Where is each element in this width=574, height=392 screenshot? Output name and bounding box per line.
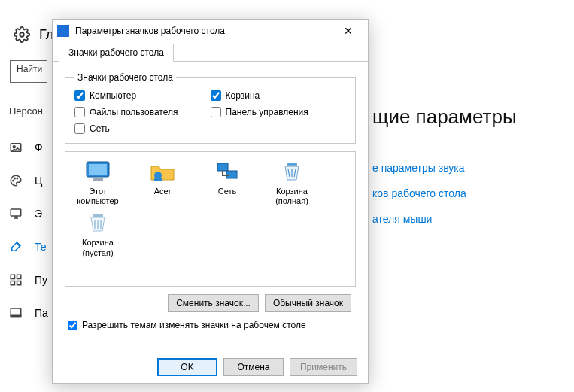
allow-themes-input[interactable]: [68, 321, 77, 330]
checkbox-recycle-bin[interactable]: Корзина: [211, 90, 347, 101]
sidebar-item-label: Пa: [35, 307, 48, 319]
svg-point-2: [13, 146, 15, 148]
network-icon: [214, 160, 241, 184]
sidebar: Ф Ц Э Те Пу Пa: [9, 139, 48, 321]
svg-rect-14: [89, 164, 107, 175]
computer-icon: [84, 160, 111, 184]
sidebar-item-taskbar[interactable]: Пa: [9, 305, 48, 321]
svg-point-16: [154, 172, 162, 179]
sidebar-item-lockscreen[interactable]: Э: [9, 205, 48, 222]
recycle-empty-icon: [84, 211, 111, 235]
sidebar-item-label: Ц: [35, 175, 42, 187]
allow-themes-label: Разрешить темам изменять значки на рабоч…: [82, 320, 306, 330]
allow-themes-checkbox[interactable]: Разрешить темам изменять значки на рабоч…: [65, 320, 356, 330]
icon-label: Корзина (пустая): [71, 238, 124, 257]
checkbox-userfiles-input[interactable]: [74, 107, 85, 117]
svg-point-4: [14, 178, 16, 179]
svg-rect-18: [217, 163, 228, 171]
svg-point-0: [20, 32, 24, 37]
change-icon-button[interactable]: Сменить значок...: [168, 294, 259, 312]
checkbox-label: Компьютер: [90, 90, 136, 101]
svg-rect-10: [17, 281, 21, 285]
related-links: е параметры звука ков рабочего стола ате…: [372, 162, 466, 225]
sidebar-item-label: Ф: [35, 141, 43, 153]
svg-rect-6: [11, 209, 21, 216]
desktop-icons-group: Значки рабочего стола Компьютер Корзина …: [65, 72, 356, 144]
checkbox-computer-input[interactable]: [74, 90, 85, 101]
close-icon: ✕: [344, 25, 353, 37]
icon-label: Сеть: [218, 187, 236, 196]
checkbox-computer[interactable]: Компьютер: [74, 90, 211, 101]
checkbox-label: Панель управления: [226, 107, 308, 117]
search-placeholder: Найти: [17, 64, 42, 74]
settings-header: Гл: [14, 26, 53, 43]
dialog-body: Значки рабочего стола Компьютер Корзина …: [53, 62, 368, 351]
tab-desktop-icons[interactable]: Значки рабочего стола: [59, 44, 174, 62]
svg-point-5: [17, 178, 18, 179]
svg-rect-15: [93, 178, 103, 181]
svg-rect-8: [17, 275, 21, 278]
icon-acer[interactable]: Acer: [136, 160, 189, 206]
sidebar-item-colors[interactable]: Ц: [9, 172, 48, 189]
icon-preview-box: Этот компьютер Acer Сеть Корзина (полная…: [65, 151, 356, 287]
svg-rect-12: [11, 315, 21, 316]
checkbox-recycle-input[interactable]: [211, 90, 221, 101]
icon-label: Этот компьютер: [71, 187, 124, 206]
tabstrip: Значки рабочего стола: [53, 42, 368, 62]
checkbox-network[interactable]: Сеть: [74, 123, 211, 134]
icon-button-row: Сменить значок... Обычный значок: [65, 294, 356, 312]
desktop-icon-settings-dialog: Параметры значков рабочего стола ✕ Значк…: [52, 19, 369, 384]
checkbox-control-panel[interactable]: Панель управления: [211, 107, 347, 117]
checkbox-label: Корзина: [226, 90, 260, 101]
default-icon-button[interactable]: Обычный значок: [265, 294, 351, 312]
checkbox-cpanel-input[interactable]: [211, 107, 221, 117]
grid-icon: [9, 273, 23, 287]
checkbox-network-input[interactable]: [74, 123, 85, 134]
related-link-desktop-icons[interactable]: ков рабочего стола: [372, 187, 466, 199]
dialog-title: Параметры значков рабочего стола: [75, 26, 333, 36]
palette-icon: [9, 174, 23, 187]
related-link-mouse-pointer[interactable]: ателя мыши: [372, 213, 466, 225]
apply-button[interactable]: Применить: [290, 358, 357, 376]
icon-this-pc[interactable]: Этот компьютер: [71, 160, 124, 206]
related-heading: щие параметры: [372, 105, 517, 129]
picture-icon: [9, 141, 23, 154]
titlebar: Параметры значков рабочего стола ✕: [53, 20, 368, 42]
checkbox-label: Файлы пользователя: [90, 107, 178, 117]
icon-label: Acer: [154, 187, 172, 196]
sidebar-item-label: Те: [35, 241, 47, 253]
sidebar-item-themes[interactable]: Те: [9, 239, 48, 255]
svg-rect-7: [11, 275, 14, 278]
dialog-icon: [57, 25, 69, 37]
gear-icon: [14, 26, 30, 43]
svg-rect-9: [11, 281, 14, 285]
icon-label: Корзина (полная): [266, 187, 318, 206]
group-legend: Значки рабочего стола: [74, 72, 176, 83]
taskbar-icon: [9, 306, 23, 320]
icon-recycle-empty[interactable]: Корзина (пустая): [71, 211, 124, 257]
ok-button[interactable]: OK: [157, 358, 217, 376]
sidebar-item-background[interactable]: Ф: [9, 139, 48, 156]
icon-recycle-full[interactable]: Корзина (полная): [266, 160, 318, 206]
brush-icon: [9, 240, 23, 254]
related-link-sound[interactable]: е параметры звука: [372, 162, 466, 174]
sidebar-item-label: Пу: [35, 274, 47, 286]
sidebar-section-title: Персон: [9, 105, 43, 117]
svg-rect-21: [93, 214, 103, 217]
svg-point-3: [13, 180, 14, 181]
checkbox-label: Сеть: [90, 123, 110, 134]
recycle-full-icon: [278, 160, 305, 184]
monitor-icon: [9, 207, 23, 220]
svg-rect-17: [154, 178, 162, 181]
checkbox-user-files[interactable]: Файлы пользователя: [74, 107, 211, 117]
close-button[interactable]: ✕: [333, 20, 363, 41]
folder-user-icon: [149, 160, 176, 184]
dialog-footer: OK Отмена Применить: [53, 351, 368, 383]
sidebar-item-label: Э: [35, 208, 42, 220]
icon-network[interactable]: Сеть: [201, 160, 254, 206]
settings-search[interactable]: Найти: [10, 60, 47, 83]
cancel-button[interactable]: Отмена: [223, 358, 284, 376]
sidebar-item-start[interactable]: Пу: [9, 272, 48, 288]
